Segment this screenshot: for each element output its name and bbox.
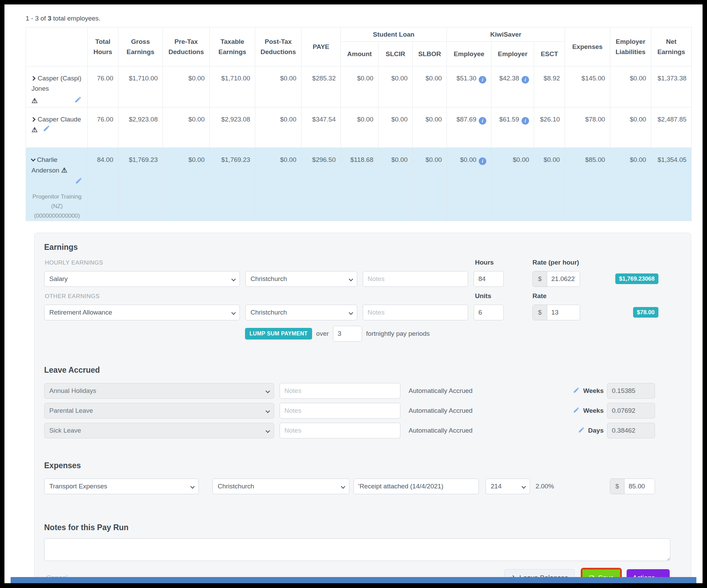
cell-esct: $26.10 [534, 107, 565, 148]
leave-type-select: Annual Holidays [44, 383, 274, 399]
cell-paye: $285.32 [301, 66, 341, 107]
chevron-right-icon[interactable] [31, 117, 36, 122]
units-input[interactable] [474, 305, 504, 320]
cell-total-hours: 84.00 [88, 148, 118, 221]
cell-ks-employer: $61.59i [491, 107, 534, 148]
screenshot-frame: 1 - 3 of 3 total employees. Total Hours … [0, 0, 707, 588]
cell-expenses: $78.00 [565, 107, 610, 148]
cell-taxable: $1,769.23 [210, 148, 255, 221]
edit-pencil-icon[interactable] [573, 387, 580, 395]
cell-sl-amount: $0.00 [341, 107, 378, 148]
warning-icon: ⚠ [61, 166, 67, 174]
col-pre-tax: Pre-Tax Deductions [163, 27, 210, 66]
cell-sl-amount: $0.00 [341, 66, 378, 107]
col-slcir: SLCIR [378, 42, 413, 66]
col-taxable: Taxable Earnings [210, 27, 255, 66]
hourly-rate-input[interactable] [547, 271, 580, 286]
leave-notes-input[interactable] [280, 403, 400, 419]
group-student-loan: Student Loan [341, 27, 447, 42]
cell-sl-amount: $118.68 [341, 148, 378, 221]
lump-sum-suffix-text: fortnightly pay periods [366, 330, 430, 337]
chevron-right-icon[interactable] [31, 76, 36, 81]
info-icon[interactable]: i [522, 117, 529, 125]
expense-amount-group: $ [610, 478, 655, 494]
lump-sum-periods-input[interactable] [333, 326, 362, 342]
chevron-down-icon [341, 485, 345, 489]
chevron-down-icon [190, 485, 195, 489]
expense-amount-input[interactable] [625, 479, 655, 494]
edit-pencil-icon[interactable] [578, 426, 585, 435]
cell-expenses: $85.00 [565, 148, 610, 221]
hourly-rate-group: $ [532, 271, 580, 287]
employee-cell[interactable]: Casper (Caspi) Jones ⚠ [26, 66, 88, 107]
cell-slcir: $0.00 [378, 107, 413, 148]
col-slbor: SLBOR [413, 42, 447, 66]
cell-pretax: $0.00 [163, 148, 210, 221]
payroll-page: 1 - 3 of 3 total employees. Total Hours … [4, 4, 703, 583]
table-row-expanded: Charlie Anderson ⚠ Progenitor Training (… [26, 148, 692, 221]
cell-pretax: $0.00 [163, 66, 210, 107]
info-icon[interactable]: i [479, 76, 486, 84]
cell-slcir: $0.00 [378, 66, 413, 107]
employee-name: Casper (Caspi) Jones [31, 75, 81, 92]
leave-value-input [607, 423, 655, 438]
expense-note-input[interactable] [354, 478, 479, 494]
col-employer-liabilities: Employer Liabilities [610, 27, 651, 66]
cell-gross: $1,710.00 [118, 66, 163, 107]
employee-column-header [26, 27, 88, 66]
cell-slbor: $0.00 [413, 66, 447, 107]
chevron-down-icon [231, 277, 236, 282]
chevron-down-icon[interactable] [31, 157, 36, 162]
bottom-bar [11, 577, 696, 583]
leave-value-input [607, 403, 655, 419]
col-ks-employee: Employee [447, 42, 491, 66]
leave-type-select: Sick Leave [44, 423, 274, 438]
leave-notes-input[interactable] [280, 423, 400, 438]
edit-pencil-icon[interactable] [573, 407, 580, 415]
other-earning-type-select[interactable]: Retirement Allowance [44, 305, 240, 320]
warning-icon: ⚠ [31, 95, 38, 106]
cell-slbor: $0.00 [413, 148, 447, 221]
hours-input[interactable] [474, 271, 504, 287]
info-icon[interactable]: i [479, 157, 486, 165]
earnings-heading: Earnings [44, 243, 681, 252]
cell-employer-liabilities: $0.00 [610, 107, 651, 148]
other-rate-input[interactable] [547, 305, 580, 320]
edit-pencil-icon[interactable] [39, 126, 50, 133]
table-row: Casper (Caspi) Jones ⚠ 76.00 $1,710.00 $… [26, 66, 692, 107]
cell-taxable: $2,923.08 [210, 107, 255, 148]
leave-row: Sick Leave Automatically Accrued Days [44, 423, 681, 438]
chevron-down-icon [231, 311, 236, 315]
other-notes-input[interactable] [363, 305, 468, 320]
cell-posttax: $0.00 [255, 66, 301, 107]
edit-pencil-icon[interactable] [75, 179, 82, 186]
expense-location-select[interactable]: Christchurch [213, 478, 349, 494]
info-icon[interactable]: i [479, 117, 486, 125]
chevron-down-icon [266, 409, 270, 413]
payrun-notes-textarea[interactable] [44, 538, 670, 561]
edit-pencil-icon[interactable] [74, 96, 82, 106]
col-net-earnings: Net Earnings [651, 27, 692, 66]
expense-code-select[interactable]: 214 [486, 478, 530, 494]
cell-gross: $2,923.08 [118, 107, 163, 148]
cell-net: $1,354.05 [651, 148, 692, 221]
hourly-location-select[interactable]: Christchurch [245, 271, 357, 287]
cell-gross: $1,769.23 [118, 148, 163, 221]
employee-cell[interactable]: Casper Claude ⚠ [26, 107, 88, 148]
currency-prefix: $ [533, 305, 547, 320]
col-expenses: Expenses [565, 27, 610, 66]
cell-paye: $296.50 [301, 148, 341, 221]
leave-unit-label: Days [588, 427, 604, 434]
employee-cell[interactable]: Charlie Anderson ⚠ Progenitor Training (… [26, 148, 88, 221]
summary-suffix: total employees. [53, 15, 100, 22]
chevron-down-icon [349, 311, 353, 315]
expense-type-select[interactable]: Transport Expenses [44, 478, 199, 494]
leave-unit-label: Weeks [583, 407, 604, 414]
info-icon[interactable]: i [522, 76, 529, 84]
hourly-earning-type-select[interactable]: Salary [44, 271, 240, 287]
other-location-select[interactable]: Christchurch [245, 305, 357, 320]
expenses-heading: Expenses [44, 461, 681, 470]
hourly-notes-input[interactable] [363, 271, 468, 287]
leave-notes-input[interactable] [280, 383, 400, 399]
pay-run-table: Total Hours Gross Earnings Pre-Tax Deduc… [26, 27, 692, 221]
